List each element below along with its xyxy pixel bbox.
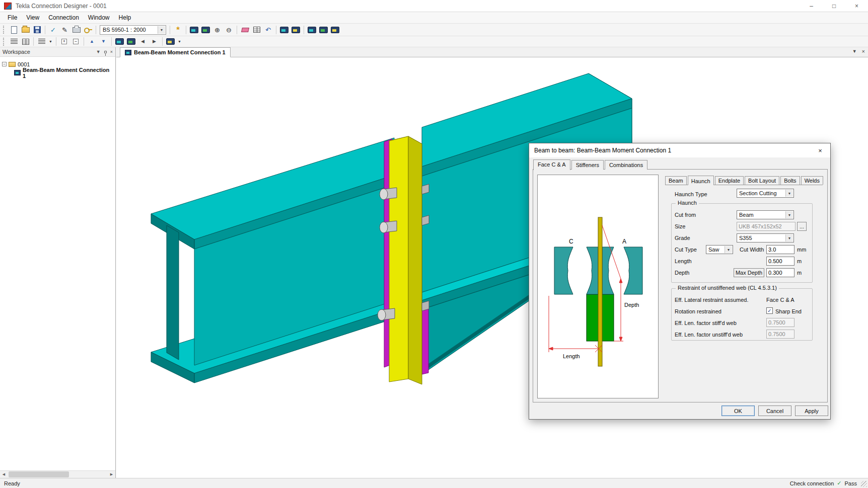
workspace-hscrollbar[interactable]: ◀ ▶ [0, 470, 115, 478]
workspace-panel: Workspace ▼ × − 0001 Beam-Beam Moment Co… [0, 47, 116, 478]
check-connection-button[interactable]: ✓ [47, 25, 59, 35]
cut-width-field[interactable] [766, 245, 794, 254]
print-button[interactable] [70, 25, 82, 35]
minimize-button[interactable]: – [800, 0, 823, 12]
app-logo-icon [4, 3, 12, 10]
maximize-button[interactable]: □ [823, 0, 845, 12]
dialog-titlebar[interactable]: Beam to beam: Beam-Beam Moment Connectio… [529, 143, 830, 157]
stiffd-web-field[interactable] [766, 318, 794, 327]
check-icon: ✓ [50, 27, 56, 33]
edit-button[interactable]: ✎ [59, 25, 70, 35]
menu-help[interactable]: Help [114, 13, 136, 23]
grade-select[interactable]: S355 ▼ [737, 233, 794, 242]
design-code-select[interactable]: BS 5950-1 : 2000 ▼ [100, 25, 166, 35]
haunch-type-label: Haunch Type [675, 191, 707, 197]
menu-view[interactable]: View [22, 13, 44, 23]
zoom-out-button[interactable]: ⊖ [223, 25, 235, 35]
length-unit: m [797, 258, 802, 264]
size-browse-button[interactable]: ... [797, 222, 807, 231]
save-button[interactable] [31, 25, 43, 35]
tree-collapse-icon[interactable]: − [2, 62, 7, 66]
chevron-down-icon[interactable]: ▼ [785, 234, 793, 241]
tab-bolt-layout[interactable]: Bolt Layout [745, 176, 779, 185]
wizard-button[interactable]: * [172, 25, 184, 35]
tab-face-c-and-a[interactable]: Face C & A [533, 159, 570, 170]
toolbar-separator [276, 26, 276, 34]
chevron-down-icon[interactable]: ▼ [785, 211, 793, 218]
tab-connection-document[interactable]: Beam-Beam Moment Connection 1 [120, 47, 231, 57]
cancel-button[interactable]: Cancel [758, 405, 791, 416]
expand-all-button[interactable]: + [58, 36, 70, 47]
toolbar-grip[interactable] [3, 38, 6, 46]
collapse-all-button[interactable]: − [70, 36, 82, 47]
new-document-button[interactable] [8, 25, 20, 35]
resize-grip[interactable] [861, 481, 867, 487]
tab-bolts[interactable]: Bolts [780, 176, 800, 185]
tab-combinations[interactable]: Combinations [605, 160, 647, 170]
view-solid-button[interactable] [188, 25, 200, 35]
window-list-button[interactable] [165, 36, 176, 47]
previous-item-button[interactable]: ◀ [137, 36, 149, 47]
filter-button[interactable] [36, 36, 47, 47]
size-field[interactable] [737, 222, 795, 231]
scroll-left-icon[interactable]: ◀ [0, 471, 8, 478]
filter-dropdown-button[interactable]: ▼ [47, 36, 54, 47]
chevron-down-icon[interactable]: ▼ [158, 26, 165, 34]
shaded-view-icon [201, 27, 210, 33]
copy-view-button[interactable] [251, 25, 262, 35]
paint-button[interactable] [239, 25, 251, 35]
cut-from-select[interactable]: Beam ▼ [737, 210, 794, 219]
cut-type-select[interactable]: Saw ▼ [706, 245, 733, 254]
move-up-button[interactable]: ▲ [86, 36, 98, 47]
tab-stiffeners[interactable]: Stiffeners [571, 160, 604, 170]
zoom-in-button[interactable]: ⊕ [211, 25, 223, 35]
scrollbar-track[interactable] [8, 471, 108, 478]
menu-connection[interactable]: Connection [44, 13, 84, 23]
open-button[interactable] [20, 25, 31, 35]
menu-file[interactable]: File [3, 13, 22, 23]
label-face-c: C [569, 238, 573, 245]
chevron-down-icon[interactable]: ▼ [785, 190, 793, 197]
report-window-button[interactable] [329, 25, 341, 35]
license-button[interactable] [82, 25, 94, 35]
pin-icon[interactable] [104, 51, 107, 53]
workspace-close-icon[interactable]: × [110, 49, 113, 54]
move-down-button[interactable]: ▼ [98, 36, 109, 47]
item-list-button[interactable] [8, 36, 20, 47]
depth-field[interactable] [766, 268, 794, 277]
tab-endplate[interactable]: Endplate [715, 176, 744, 185]
dialog-close-icon[interactable]: × [815, 146, 825, 155]
workspace-menu-icon[interactable]: ▼ [96, 49, 101, 54]
tab-beam[interactable]: Beam [665, 176, 687, 185]
tile-horizontal-button[interactable] [114, 36, 125, 47]
haunch-type-select[interactable]: Section Cutting ▼ [737, 189, 794, 198]
tab-list-icon[interactable]: ▼ [852, 49, 857, 54]
toolbar-grip[interactable] [3, 26, 6, 34]
tab-haunch[interactable]: Haunch [688, 176, 714, 185]
ok-button[interactable]: OK [721, 405, 755, 416]
scroll-right-icon[interactable]: ▶ [108, 471, 115, 478]
unstiffd-web-field[interactable] [766, 330, 794, 339]
front-view-button[interactable] [278, 25, 290, 35]
drawing-window-button[interactable] [318, 25, 329, 35]
chevron-down-icon[interactable]: ▼ [725, 246, 732, 253]
tab-close-icon[interactable]: × [862, 48, 865, 54]
summary-button[interactable] [20, 36, 31, 47]
top-view-button[interactable] [290, 25, 302, 35]
next-item-button[interactable]: ▶ [149, 36, 160, 47]
tab-welds[interactable]: Welds [801, 176, 823, 185]
connection-window-button[interactable] [306, 25, 318, 35]
tree-connection-row[interactable]: Beam-Beam Moment Connection 1 [2, 68, 113, 77]
undo-button[interactable]: ↶ [262, 25, 274, 35]
menu-window[interactable]: Window [84, 13, 114, 23]
sharp-end-checkbox[interactable]: ✓ [766, 307, 773, 314]
close-button[interactable]: × [845, 0, 868, 12]
scrollbar-thumb[interactable] [9, 471, 69, 477]
table-icon [22, 39, 29, 45]
view-shaded-button[interactable] [200, 25, 211, 35]
apply-button[interactable]: Apply [795, 405, 828, 416]
max-depth-button[interactable]: Max Depth [734, 268, 764, 277]
length-field[interactable] [766, 257, 794, 266]
tile-vertical-button[interactable] [125, 36, 137, 47]
window-list-dropdown[interactable]: ▼ [176, 36, 183, 47]
